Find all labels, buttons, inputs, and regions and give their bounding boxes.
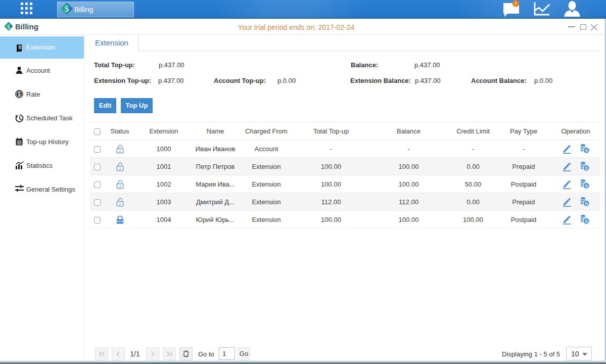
svg-text:$: $ <box>65 4 69 14</box>
svg-text:$: $ <box>18 92 21 97</box>
svg-text:!: ! <box>515 1 517 7</box>
